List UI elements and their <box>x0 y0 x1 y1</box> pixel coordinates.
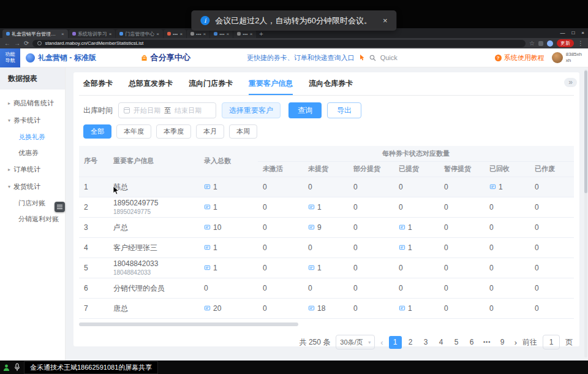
prev-page-icon[interactable]: ‹ <box>380 338 383 347</box>
tab-close-icon[interactable]: × <box>250 31 253 37</box>
status-count-cell: 0 <box>258 177 303 197</box>
sidebar-item[interactable]: ▸订单统计 <box>0 161 65 178</box>
status-count-cell: 0 <box>349 298 394 318</box>
user-menu[interactable]: 8385xh xh <box>552 52 582 63</box>
sidebar-item[interactable]: ▾券卡统计 <box>0 112 65 129</box>
content-tab[interactable]: 全部券卡 <box>83 78 113 95</box>
mouse-cursor <box>113 186 120 196</box>
tab-close-icon[interactable]: × <box>61 31 64 37</box>
table-row[interactable]: 3卢总100901000 <box>79 217 574 237</box>
table-row[interactable]: 6分销代理的会员00000000 <box>79 278 574 298</box>
status-count-cell: 0 <box>258 258 303 278</box>
page-size-select[interactable]: 30条/页 ▾ <box>336 335 375 349</box>
status-count-cell: 0 <box>484 278 530 298</box>
tab-close-icon[interactable]: × <box>109 31 112 37</box>
sidebar-item[interactable]: ▾发货统计 <box>0 178 65 195</box>
share-center-link[interactable]: 合分享中心 <box>140 52 190 63</box>
query-button[interactable]: 查询 <box>288 102 322 118</box>
content-tab[interactable]: 重要客户信息 <box>249 78 293 95</box>
pagination-page[interactable]: 4 <box>435 336 448 349</box>
quick-search-label[interactable]: Quick <box>380 54 398 61</box>
table-row[interactable]: 2189502497751895024977510100000 <box>79 197 574 217</box>
microphone-icon[interactable] <box>14 363 20 372</box>
table-row[interactable]: 4客户经理张三10001000 <box>79 237 574 258</box>
browser-tab[interactable]: 门店管理中心× <box>116 29 163 38</box>
table-row[interactable]: 7唐总2001801000 <box>79 298 574 318</box>
select-customer-button[interactable]: 选择重要客户 <box>222 102 281 118</box>
forward-icon[interactable]: → <box>14 40 20 47</box>
pagination-page[interactable]: 1 <box>389 336 402 349</box>
panel-collapse-button[interactable]: » <box>564 78 577 87</box>
tab-close-icon[interactable]: × <box>156 31 159 37</box>
goto-page-input[interactable]: 1 <box>543 335 560 349</box>
quick-filter-chip[interactable]: 全部 <box>83 124 111 139</box>
tab-title: 门店管理中心 <box>125 31 154 37</box>
browser-tab[interactable]: •••× <box>187 29 209 38</box>
site-info-icon[interactable] <box>37 41 42 45</box>
pagination-page[interactable]: 6 <box>466 336 478 349</box>
browser-profile-icon[interactable] <box>547 40 553 47</box>
page-scrollbar-thumb[interactable] <box>584 71 587 193</box>
quick-filter-chip[interactable]: 本季度 <box>156 124 191 139</box>
browser-menu-icon[interactable]: ⋮ <box>578 40 584 47</box>
next-page-icon[interactable]: › <box>514 338 517 347</box>
quick-hint-text: 更快捷的券卡、订单和快递查询入口 <box>247 53 355 63</box>
status-count-cell: 0 <box>439 258 484 278</box>
bookmark-star-icon[interactable]: ☆ <box>529 40 535 47</box>
table-row[interactable]: 1韩总10000010 <box>79 177 574 197</box>
content-tab[interactable]: 总部直发券卡 <box>129 78 173 95</box>
quick-filter-chip[interactable]: 本月 <box>196 124 224 139</box>
sidebar-item[interactable]: ▸商品销售统计 <box>0 94 65 112</box>
quick-filter-chip[interactable]: 本年度 <box>116 124 151 139</box>
card-count-icon <box>204 244 211 251</box>
minimize-button[interactable]: — <box>560 30 565 36</box>
sidebar-subitem[interactable]: 优惠券 <box>0 145 65 161</box>
export-button[interactable]: 导出 <box>327 102 361 118</box>
table-row[interactable]: 5180488420331804884203310100000 <box>79 258 574 278</box>
tutorial-icon: ? <box>495 55 502 61</box>
close-window-button[interactable]: × <box>581 30 584 36</box>
tab-close-icon[interactable]: × <box>179 31 183 37</box>
update-button[interactable]: 更新 <box>557 39 574 47</box>
pagination-page[interactable]: 3 <box>420 336 432 349</box>
sidebar-item-label: 发货统计 <box>13 182 40 191</box>
toast-close-icon[interactable]: × <box>383 16 388 25</box>
seq-column-header: 序号 <box>79 146 108 177</box>
tutorial-link[interactable]: ? 系统使用教程 <box>495 53 545 63</box>
date-range-input[interactable]: 开始日期 至 结束日期 <box>118 102 216 118</box>
new-tab-button[interactable]: + <box>259 31 263 37</box>
content-tab[interactable]: 流向仓库券卡 <box>309 78 353 95</box>
pagination-page[interactable]: 9 <box>496 336 509 349</box>
extensions-icon[interactable] <box>538 41 543 46</box>
card-count-icon <box>308 305 315 311</box>
end-date-placeholder: 结束日期 <box>175 106 202 115</box>
back-icon[interactable]: ← <box>4 40 10 47</box>
browser-tab[interactable]: •••× <box>210 29 233 38</box>
url-bar[interactable]: standard.maboy.cn/CardMemberStatisticsLi… <box>32 40 526 47</box>
tab-close-icon[interactable]: × <box>227 31 230 37</box>
horizontal-scrollbar-thumb[interactable] <box>79 322 298 326</box>
tab-close-icon[interactable]: × <box>203 31 206 37</box>
function-nav-toggle[interactable]: 功能 导航 <box>0 48 20 67</box>
total-count-cell: 20 <box>199 298 258 318</box>
browser-tab[interactable]: 礼盒营销平台管理中心× <box>2 29 68 38</box>
total-count-cell: 1 <box>199 177 258 197</box>
browser-tab[interactable]: 系统培训学习× <box>69 29 116 38</box>
status-count-cell: 0 <box>394 197 439 217</box>
card-count-icon <box>308 264 315 271</box>
sidebar-subitem[interactable]: 分销返利对账 <box>0 211 65 227</box>
pagination-more-icon: ••• <box>481 336 494 349</box>
page-scrollbar <box>584 69 587 357</box>
maximize-button[interactable]: □ <box>571 30 575 36</box>
search-icon[interactable] <box>369 55 376 61</box>
browser-tab[interactable]: •••× <box>233 29 256 38</box>
quick-filter-chip[interactable]: 本周 <box>229 124 257 139</box>
sidebar-subitem[interactable]: 兑换礼券 <box>0 129 65 145</box>
pagination-page[interactable]: 5 <box>450 336 463 349</box>
sidebar-collapse-handle[interactable] <box>55 202 65 212</box>
browser-tab[interactable]: •••× <box>164 29 186 38</box>
reload-icon[interactable]: ⟳ <box>24 40 29 47</box>
pagination-page[interactable]: 2 <box>404 336 417 349</box>
horizontal-scrollbar <box>79 322 574 326</box>
content-tab[interactable]: 流向门店券卡 <box>189 78 233 95</box>
